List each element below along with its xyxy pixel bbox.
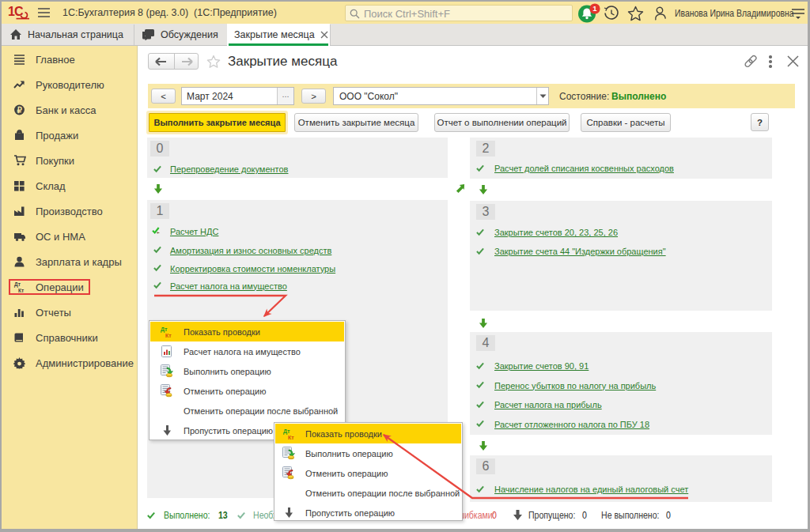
svg-text:1: 1	[592, 4, 597, 13]
svg-text:Кт: Кт	[288, 435, 294, 440]
svg-text:С: С	[14, 5, 24, 18]
svg-text:Кт: Кт	[165, 333, 172, 338]
svg-text:₽: ₽	[17, 106, 22, 115]
